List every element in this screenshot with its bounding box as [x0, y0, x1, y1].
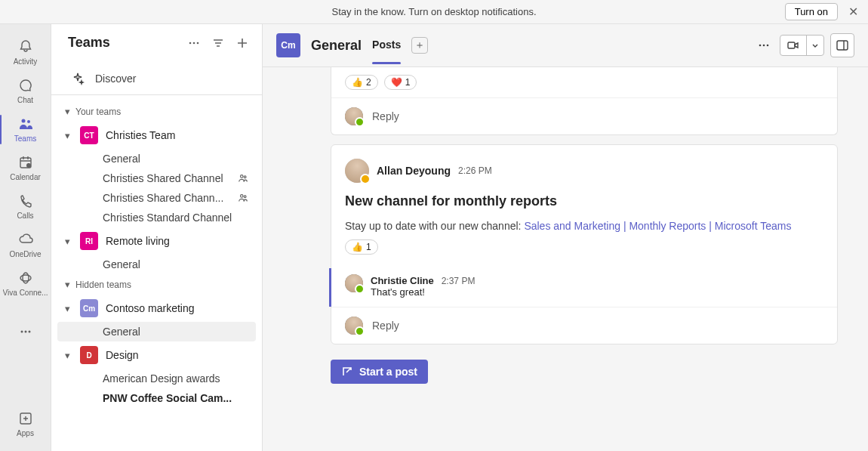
channel-name: General	[311, 38, 362, 54]
compose-icon	[341, 366, 353, 378]
nav-activity[interactable]: Activity	[5, 33, 47, 72]
shared-channel-icon	[238, 193, 248, 203]
svg-rect-22	[837, 41, 848, 50]
nav-apps[interactable]: Apps	[5, 405, 47, 443]
svg-point-12	[193, 42, 195, 44]
nav-viva[interactable]: Viva Conne...	[5, 264, 47, 303]
your-teams-header[interactable]: ▾Your teams	[51, 101, 262, 122]
svg-point-9	[28, 331, 30, 333]
reaction-pill[interactable]: 👍2	[345, 75, 378, 90]
close-icon[interactable]: ✕	[844, 3, 862, 21]
channel-header: Cm General Posts ＋	[263, 24, 868, 67]
channel-label: PNW Coffee Social Cam...	[103, 392, 248, 404]
post-title: New channel for monthly reports	[345, 193, 823, 209]
reply-button[interactable]: Reply	[331, 307, 837, 344]
sidebar-more-icon[interactable]	[186, 36, 202, 51]
channel-row[interactable]: American Design awards	[57, 369, 256, 388]
shared-channel-icon	[238, 173, 248, 184]
channel-row[interactable]: General	[57, 149, 256, 168]
sidebar-title: Teams	[68, 35, 186, 51]
channel-label: General	[103, 258, 248, 270]
reply-button[interactable]: Reply	[331, 97, 837, 134]
team-name: Remote living	[106, 235, 254, 247]
comment-text: That's great!	[371, 286, 475, 298]
channel-row[interactable]: Christies Shared Chann...	[57, 188, 256, 208]
viva-icon	[17, 269, 35, 287]
channel-avatar: Cm	[276, 33, 300, 57]
svg-point-11	[189, 42, 192, 44]
avatar	[345, 159, 369, 183]
svg-point-14	[241, 175, 244, 178]
svg-point-16	[241, 195, 244, 198]
chat-icon	[17, 76, 35, 94]
start-post-button[interactable]: Start a post	[331, 360, 428, 384]
add-tab-button[interactable]: ＋	[411, 37, 428, 54]
channel-row[interactable]: PNW Coffee Social Cam...	[57, 388, 256, 408]
nav-teams[interactable]: Teams	[5, 110, 47, 149]
avatar	[345, 274, 363, 292]
meet-button[interactable]	[780, 36, 806, 55]
bell-icon	[17, 38, 35, 56]
hidden-teams-header[interactable]: ▾Hidden teams	[51, 274, 262, 295]
discover-button[interactable]: Discover	[51, 61, 262, 95]
reaction-pill[interactable]: ❤️1	[384, 75, 417, 90]
team-row[interactable]: ▾RlRemote living	[51, 227, 262, 255]
svg-point-1	[27, 120, 30, 123]
phone-icon	[17, 192, 35, 210]
channel-label: Christies Shared Chann...	[103, 192, 233, 204]
channel-label: Christies Standard Channel	[103, 212, 248, 224]
reaction-emoji: 👍	[352, 77, 363, 88]
nav-calendar[interactable]: ! Calendar	[5, 149, 47, 187]
nav-more[interactable]	[5, 318, 47, 347]
panel-toggle-button[interactable]	[830, 33, 854, 57]
channel-row[interactable]: Christies Shared Channel	[57, 168, 256, 188]
post-text: Stay up to date with our new channel: Sa…	[345, 220, 823, 232]
team-name: Christies Team	[106, 129, 254, 141]
channel-row[interactable]: General	[57, 255, 256, 274]
notification-message: Stay in the know. Turn on desktop notifi…	[332, 6, 537, 17]
channel-content: Cm General Posts ＋ 👍2❤️1 Reply	[263, 24, 868, 451]
reaction-pill[interactable]: 👍1	[345, 239, 378, 255]
meet-dropdown[interactable]	[806, 36, 823, 55]
notification-bar: Stay in the know. Turn on desktop notifi…	[0, 0, 868, 24]
team-avatar: D	[80, 346, 98, 364]
discover-icon	[71, 72, 85, 85]
svg-rect-21	[788, 42, 795, 48]
apps-icon	[17, 409, 35, 428]
post-timestamp: 2:26 PM	[458, 165, 492, 176]
svg-text:!: !	[28, 163, 29, 168]
reaction-emoji: 👍	[352, 242, 363, 252]
channel-label: General	[103, 326, 248, 338]
post-card: Allan Deyoung 2:26 PM New channel for mo…	[331, 144, 838, 344]
team-row[interactable]: ▾CTChristies Team	[51, 122, 262, 149]
team-name: Design	[106, 349, 254, 361]
comment-timestamp: 2:37 PM	[442, 276, 476, 286]
nav-chat[interactable]: Chat	[5, 72, 47, 110]
ellipsis-icon	[17, 323, 35, 341]
teams-icon	[17, 115, 35, 133]
svg-point-7	[20, 331, 23, 333]
svg-point-6	[23, 273, 29, 283]
create-team-icon[interactable]	[235, 36, 250, 51]
turn-on-button[interactable]: Turn on	[785, 3, 838, 20]
channel-label: Christies Shared Channel	[103, 172, 233, 184]
channel-row[interactable]: Christies Standard Channel	[57, 208, 256, 227]
post-link[interactable]: Sales and Marketing | Monthly Reports | …	[524, 220, 791, 232]
nav-calls[interactable]: Calls	[5, 187, 47, 226]
team-row[interactable]: ▾DDesign	[51, 341, 262, 369]
team-row[interactable]: ▾CmContoso marketing	[51, 295, 262, 322]
teams-sidebar: Teams Discover ▾Your teams ▾CTChristies …	[51, 24, 263, 451]
posts-list[interactable]: 👍2❤️1 Reply Allan Deyoung 2:26 PM New ch…	[263, 67, 868, 451]
filter-icon[interactable]	[211, 36, 226, 51]
nav-onedrive[interactable]: OneDrive	[5, 226, 47, 264]
svg-point-8	[24, 331, 26, 333]
team-avatar: Cm	[80, 299, 98, 317]
post-card: 👍2❤️1 Reply	[331, 67, 838, 135]
svg-point-18	[759, 45, 762, 47]
channel-row[interactable]: General	[57, 322, 256, 341]
channel-more-icon[interactable]	[754, 36, 774, 55]
svg-point-15	[244, 176, 246, 178]
reaction-emoji: ❤️	[391, 77, 402, 88]
post-author: Allan Deyoung	[377, 165, 451, 177]
tab-posts[interactable]: Posts	[372, 39, 401, 52]
